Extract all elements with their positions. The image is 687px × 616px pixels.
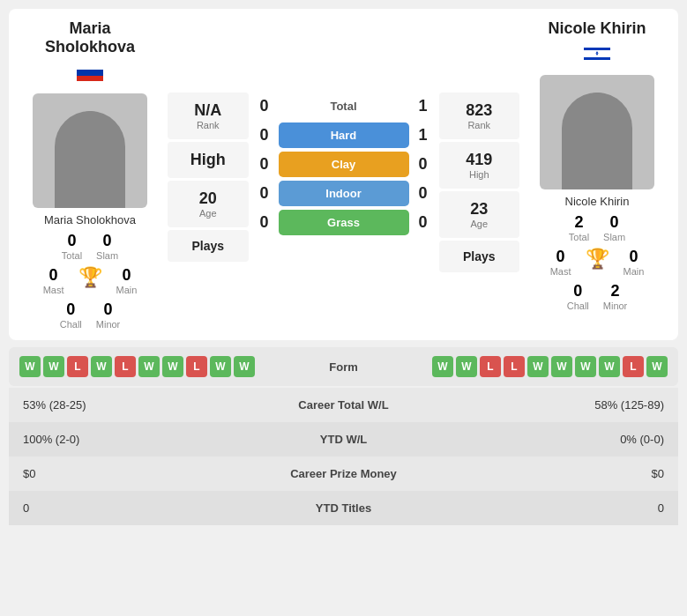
form-section: WWLWLWWLWW Form WWLLWWWWLW bbox=[9, 347, 678, 386]
form-label: Form bbox=[255, 360, 432, 374]
left-player-avatar bbox=[33, 93, 147, 208]
left-player-flag bbox=[77, 63, 103, 85]
right-stat-minor: 2 Minor bbox=[603, 282, 628, 311]
form-badge-left: L bbox=[115, 356, 136, 377]
stat-center-label: YTD W/L bbox=[243, 422, 444, 456]
form-badge-left: W bbox=[138, 356, 160, 377]
form-badge-left: L bbox=[67, 356, 88, 377]
left-stat-slam: 0 Slam bbox=[96, 232, 118, 261]
left-avatar-body bbox=[55, 111, 125, 208]
hard-court-row: 0 Hard 1 bbox=[256, 122, 432, 148]
left-player-stats-row2: 0 Mast 🏆 0 Main bbox=[43, 266, 138, 295]
total-badge: Total bbox=[279, 93, 409, 119]
stats-table-row: $0 Career Prize Money $0 bbox=[9, 456, 678, 491]
stat-right-value: 0 bbox=[444, 491, 678, 525]
form-badge-right: W bbox=[551, 356, 572, 377]
left-stat-chall: 0 Chall bbox=[60, 301, 82, 330]
right-stat-mast: 0 Mast bbox=[550, 248, 571, 277]
stat-center-label: Career Total W/L bbox=[243, 388, 444, 422]
hard-badge: Hard bbox=[279, 122, 409, 148]
form-badge-right: W bbox=[527, 356, 549, 377]
clay-court-row: 0 Clay 0 bbox=[256, 152, 432, 177]
form-badge-left: L bbox=[186, 356, 207, 377]
form-badge-left: W bbox=[91, 356, 112, 377]
right-form-badges: WWLLWWWWLW bbox=[432, 356, 668, 377]
form-badge-right: L bbox=[504, 356, 525, 377]
right-player-flag bbox=[584, 45, 610, 66]
form-badge-right: W bbox=[456, 356, 477, 377]
form-badge-left: W bbox=[19, 356, 41, 377]
form-badge-left: W bbox=[43, 356, 64, 377]
right-plays-box: Plays bbox=[439, 241, 520, 272]
right-trophy-icon: 🏆 bbox=[586, 248, 609, 277]
right-player-column: Nicole Khirin bbox=[526, 19, 668, 311]
plays-stat-box: Plays bbox=[168, 230, 249, 262]
right-player-stats-row1: 2 Total 0 Slam bbox=[569, 213, 625, 242]
comparison-card: Maria Sholokhova Maria Sholokhova bbox=[9, 9, 678, 340]
main-container: Maria Sholokhova Maria Sholokhova bbox=[0, 0, 687, 534]
right-stat-chall: 0 Chall bbox=[567, 282, 589, 311]
form-badge-right: W bbox=[646, 356, 668, 377]
stat-center-label: Career Prize Money bbox=[243, 456, 444, 491]
indoor-court-row: 0 Indoor 0 bbox=[256, 181, 432, 206]
right-player-stats-row3: 0 Chall 2 Minor bbox=[567, 282, 628, 311]
left-stat-minor: 0 Minor bbox=[96, 301, 121, 330]
form-badge-right: W bbox=[432, 356, 453, 377]
grass-court-row: 0 Grass 0 bbox=[256, 210, 432, 235]
left-stat-mast: 0 Mast bbox=[43, 266, 64, 295]
form-badge-left: W bbox=[162, 356, 183, 377]
right-player-header: Nicole Khirin bbox=[548, 19, 646, 38]
left-player-header: Maria Sholokhova bbox=[45, 19, 135, 56]
right-player-avatar bbox=[540, 75, 654, 189]
right-stat-main: 0 Main bbox=[624, 248, 645, 277]
left-player-name-below: Maria Sholokhova bbox=[44, 213, 136, 226]
right-stats-panel: 823 Rank 419 High 23 Age Plays bbox=[439, 19, 520, 272]
right-player-name-below: Nicole Khirin bbox=[565, 195, 630, 208]
stat-left-value: $0 bbox=[9, 456, 243, 491]
stat-left-value: 0 bbox=[9, 491, 243, 525]
stat-left-value: 100% (2-0) bbox=[9, 422, 243, 456]
stat-center-label: YTD Titles bbox=[243, 491, 444, 525]
right-age-box: 23 Age bbox=[439, 191, 520, 238]
right-stat-slam: 0 Slam bbox=[603, 213, 625, 242]
form-badge-left: W bbox=[210, 356, 231, 377]
stats-table-row: 0 YTD Titles 0 bbox=[9, 491, 678, 525]
right-player-stats-row2: 0 Mast 🏆 0 Main bbox=[550, 248, 645, 277]
clay-badge: Clay bbox=[279, 152, 409, 177]
svg-rect-0 bbox=[77, 63, 103, 70]
left-player-name-line1: Maria bbox=[45, 19, 135, 38]
stat-left-value: 53% (28-25) bbox=[9, 388, 243, 422]
left-player-stats-row3: 0 Chall 0 Minor bbox=[60, 301, 121, 330]
high-stat-box: High bbox=[168, 142, 249, 178]
svg-rect-5 bbox=[584, 57, 610, 60]
left-trophy-icon: 🏆 bbox=[78, 266, 102, 295]
stats-table: 53% (28-25) Career Total W/L 58% (125-89… bbox=[9, 388, 678, 525]
stat-right-value: 0% (0-0) bbox=[444, 422, 678, 456]
middle-stats-column: N/A Rank High 20 Age Plays bbox=[168, 19, 249, 262]
stat-right-value: $0 bbox=[444, 456, 678, 491]
indoor-badge: Indoor bbox=[279, 181, 409, 206]
rank-stat-box: N/A Rank bbox=[168, 93, 249, 139]
grass-badge: Grass bbox=[279, 210, 409, 235]
form-badge-right: L bbox=[480, 356, 501, 377]
left-player-stats-row1: 0 Total 0 Slam bbox=[62, 232, 118, 261]
left-player-name-line2: Sholokhova bbox=[45, 38, 135, 56]
stat-right-value: 58% (125-89) bbox=[444, 388, 678, 422]
svg-rect-2 bbox=[77, 76, 103, 81]
right-player-name-display: Nicole Khirin bbox=[548, 19, 646, 38]
form-row: WWLWLWWLWW Form WWLLWWWWLW bbox=[19, 356, 668, 377]
left-stat-main: 0 Main bbox=[116, 266, 138, 295]
right-rank-box: 823 Rank bbox=[439, 93, 520, 139]
form-badge-left: W bbox=[234, 356, 255, 377]
left-form-badges: WWLWLWWLWW bbox=[19, 356, 255, 377]
right-stat-total: 2 Total bbox=[569, 213, 589, 242]
form-badge-right: W bbox=[575, 356, 596, 377]
right-avatar-body bbox=[562, 93, 632, 189]
svg-rect-1 bbox=[77, 70, 103, 76]
form-badge-right: L bbox=[623, 356, 644, 377]
stats-table-row: 53% (28-25) Career Total W/L 58% (125-89… bbox=[9, 388, 678, 422]
left-stat-total: 0 Total bbox=[62, 232, 82, 261]
stats-table-row: 100% (2-0) YTD W/L 0% (0-0) bbox=[9, 422, 678, 456]
form-badge-right: W bbox=[599, 356, 620, 377]
left-player-column: Maria Sholokhova Maria Sholokhova bbox=[19, 19, 161, 330]
